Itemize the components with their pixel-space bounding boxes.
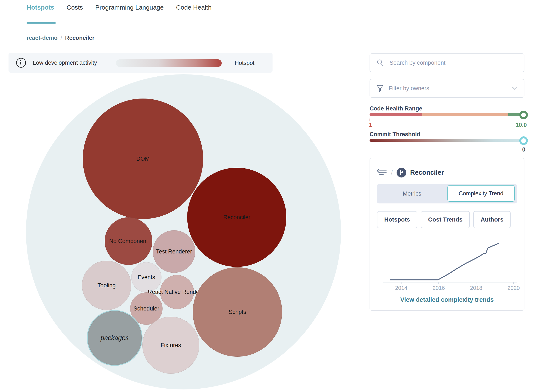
bubble-test-renderer[interactable]: Test Renderer [153,230,195,273]
bubble-label: Tooling [98,282,116,289]
bubble-label: Fixtures [161,342,181,349]
complexity-trend-line [390,243,498,280]
commit-threshold-label: Commit Threshold [370,131,420,138]
back-to-list-icon[interactable] [377,169,387,176]
panel-tab-group: Metrics Complexity Trend [377,184,517,203]
code-health-range-handle[interactable] [519,111,528,119]
active-tab-underline [27,22,56,24]
search-icon [376,59,384,67]
panel-header: / Reconciler [377,168,444,177]
panel-action-buttons: Hotspots Cost Trends Authors [377,211,511,228]
bubble-scripts[interactable]: Scripts [193,267,282,357]
bubble-tooling[interactable]: Tooling [82,261,131,310]
cost-trends-button[interactable]: Cost Trends [421,211,470,228]
search-box [370,53,525,72]
x-tick-2020: 2020 [507,285,520,291]
tab-costs[interactable]: Costs [67,4,83,11]
breadcrumb-project-link[interactable]: react-demo [27,35,58,41]
commit-threshold-value: 0 [510,146,525,153]
code-health-range-track[interactable] [370,113,525,116]
bubble-label: Scheduler [133,305,159,312]
bubble-label: Events [138,274,155,281]
breadcrumb: react-demo / Reconciler [27,35,94,41]
filter-dropdown[interactable]: Filter by owners [370,79,525,98]
bubble-label: Test Renderer [156,248,192,255]
commit-threshold-track[interactable] [370,139,525,142]
breadcrumb-separator: / [61,35,62,41]
info-icon[interactable] [16,58,26,68]
bubble-label: Reconciler [223,214,251,221]
code-health-min-tick [370,119,370,121]
top-nav: Hotspots Costs Programming Language Code… [27,4,211,11]
tab-hotspots[interactable]: Hotspots [27,4,54,11]
tab-programming-language[interactable]: Programming Language [95,4,164,11]
x-tick-2018: 2018 [470,285,482,291]
code-health-max-label: 10.0 [510,122,527,128]
code-health-range-label: Code Health Range [370,105,422,112]
x-tick-2016: 2016 [432,285,445,291]
bubble-dom[interactable]: DOM [83,98,203,219]
hotspots-page: Hotspots Costs Programming Language Code… [0,0,534,392]
code-health-min-label: 1 [369,122,372,128]
bubble-packages[interactable]: packages [88,311,142,365]
bubble-no-component[interactable]: No Component [105,217,152,265]
bubble-react-native-renderer[interactable]: React Native Renderer [160,275,194,309]
bubble-events[interactable]: Events [131,262,162,292]
bubble-label: DOM [136,156,150,162]
activity-legend: Low development activity Hotspot [9,53,273,73]
x-tick-2014: 2014 [395,285,407,291]
panel-path-separator: / [391,169,393,176]
activity-gradient-bar [116,59,222,67]
bubble-label: Scripts [229,309,246,315]
bubble-label: packages [101,334,129,342]
bubble-fixtures[interactable]: Fixtures [142,317,199,374]
search-input[interactable] [389,59,524,66]
tab-code-health[interactable]: Code Health [176,4,212,11]
complexity-trend-chart: 2014 2016 2018 2020 [382,238,520,292]
bubble-label: No Component [109,238,148,244]
bubble-reconciler[interactable]: Reconciler [187,168,286,267]
filter-label: Filter by owners [389,85,429,92]
panel-tab-metrics[interactable]: Metrics [377,184,447,203]
panel-title: Reconciler [410,169,444,176]
commit-threshold-handle[interactable] [519,136,528,145]
git-branch-icon [397,168,406,177]
filter-funnel-icon [376,84,384,92]
view-complexity-trends-link[interactable]: View detailed complexity trends [370,296,525,303]
nav-divider [9,24,525,24]
legend-high-label: Hotspot [235,60,255,66]
authors-button[interactable]: Authors [473,211,511,228]
panel-tab-complexity-trend[interactable]: Complexity Trend [447,185,515,202]
breadcrumb-current: Reconciler [65,35,94,41]
hotspots-button[interactable]: Hotspots [377,211,417,228]
chevron-down-icon[interactable] [511,86,518,90]
legend-low-label: Low development activity [33,60,97,66]
